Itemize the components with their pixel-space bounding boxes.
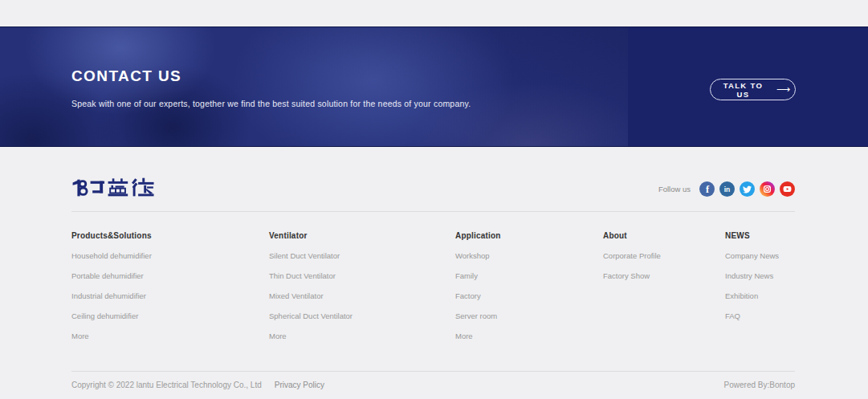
footer-link-item: More <box>455 330 501 341</box>
footer-link-item: Server room <box>455 310 501 321</box>
footer-link[interactable]: Corporate Profile <box>603 251 661 260</box>
contact-subtitle: Speak with one of our experts, together … <box>71 99 471 108</box>
footer-link-item: FAQ <box>725 310 779 321</box>
svg-text:in: in <box>724 185 731 193</box>
footer-column-title: Products&Solutions <box>71 231 152 241</box>
footer-link[interactable]: Factory <box>455 291 481 300</box>
footer-link[interactable]: Workshop <box>455 251 490 260</box>
footer-link-item: Silent Duct Ventilator <box>269 250 352 261</box>
footer-link-item: Ceiling dehumidifier <box>71 310 152 321</box>
footer-link[interactable]: More <box>71 332 89 340</box>
footer-link[interactable]: Company News <box>725 251 779 260</box>
footer-link[interactable]: Household dehumidifier <box>71 251 152 260</box>
talk-to-us-button[interactable]: TALK TO US ⟶ <box>710 79 796 100</box>
footer-column-news: NEWSCompany NewsIndustry NewsExhibitionF… <box>725 231 779 330</box>
footer-link[interactable]: Portable dehumidifier <box>71 271 144 280</box>
page-footer-section: CONTACT US Speak with one of our experts… <box>0 0 868 399</box>
linkedin-icon[interactable]: in <box>719 181 735 197</box>
footer-link[interactable]: Industry News <box>725 271 773 280</box>
footer-link-item: Company News <box>725 250 779 261</box>
footer-link[interactable]: Mixed Ventilator <box>269 291 324 300</box>
footer-column-title: About <box>603 231 661 241</box>
footer-link[interactable]: Server room <box>455 311 497 320</box>
facebook-icon[interactable]: f <box>699 181 715 197</box>
footer-link-item: Factory Show <box>603 270 661 281</box>
footer-link[interactable]: Ceiling dehumidifier <box>71 311 138 320</box>
footer-link[interactable]: Exhibition <box>725 291 758 300</box>
footer-link[interactable]: More <box>269 332 287 340</box>
banner-photo-overlay <box>0 27 628 146</box>
footer-link-item: Industry News <box>725 270 779 281</box>
logo-glyphs <box>73 178 154 197</box>
footer-link-item: Exhibition <box>725 290 779 301</box>
footer-link-item: Thin Duct Ventilator <box>269 270 352 281</box>
footer-link[interactable]: Industrial dehumidifier <box>71 291 146 300</box>
footer-link-item: Household dehumidifier <box>71 250 152 261</box>
footer-link-item: Mixed Ventilator <box>269 290 352 301</box>
footer-link-item: Portable dehumidifier <box>71 270 152 281</box>
copyright-text: Copyright © 2022 lantu Electrical Techno… <box>71 381 262 389</box>
footer-column-title: Ventilator <box>269 231 352 241</box>
footer-link-item: Corporate Profile <box>603 250 661 261</box>
footer-link-item: Workshop <box>455 250 501 261</box>
footer-link[interactable]: FAQ <box>725 311 740 320</box>
footer-link-item: More <box>71 330 152 341</box>
powered-by-link[interactable]: Powered By:Bontop <box>724 381 795 389</box>
footer-link[interactable]: More <box>455 332 473 340</box>
arrow-right-icon: ⟶ <box>776 84 790 94</box>
footer-link-item: Factory <box>455 290 501 301</box>
follow-us-label: Follow us <box>658 185 691 193</box>
lantu-logo[interactable] <box>71 177 159 199</box>
footer-column-ventilator: VentilatorSilent Duct VentilatorThin Duc… <box>269 231 352 350</box>
bottom-bar: Copyright © 2022 lantu Electrical Techno… <box>71 381 795 389</box>
youtube-icon[interactable] <box>780 181 795 197</box>
footer-link-item: Industrial dehumidifier <box>71 290 152 301</box>
footer-column-about: AboutCorporate ProfileFactory Show <box>603 231 661 290</box>
footer-column-application: ApplicationWorkshopFamilyFactoryServer r… <box>455 231 501 350</box>
footer-link[interactable]: Spherical Duct Ventilator <box>269 311 352 320</box>
footer-link[interactable]: Thin Duct Ventilator <box>269 271 336 280</box>
talk-to-us-label: TALK TO US <box>715 81 771 99</box>
footer-link-item: More <box>269 330 352 341</box>
twitter-icon[interactable] <box>740 181 755 197</box>
footer-column-products-solutions: Products&SolutionsHousehold dehumidifier… <box>71 231 152 350</box>
privacy-policy-link[interactable]: Privacy Policy <box>275 381 324 389</box>
social-icons-group: fin <box>699 181 795 197</box>
footer-link-item: Family <box>455 270 501 281</box>
contact-title: CONTACT US <box>71 67 181 85</box>
follow-us-row: Follow us fin <box>658 181 795 197</box>
instagram-icon[interactable] <box>760 181 775 197</box>
footer-link[interactable]: Factory Show <box>603 271 650 280</box>
footer-link[interactable]: Family <box>455 271 478 280</box>
contact-banner: CONTACT US Speak with one of our experts… <box>0 26 868 147</box>
footer-link-item: Spherical Duct Ventilator <box>269 310 352 321</box>
footer-link[interactable]: Silent Duct Ventilator <box>269 251 340 260</box>
footer-column-title: NEWS <box>725 231 779 241</box>
footer-bottom-divider <box>71 371 795 372</box>
footer-top-divider <box>71 211 795 212</box>
footer-column-title: Application <box>455 231 501 241</box>
